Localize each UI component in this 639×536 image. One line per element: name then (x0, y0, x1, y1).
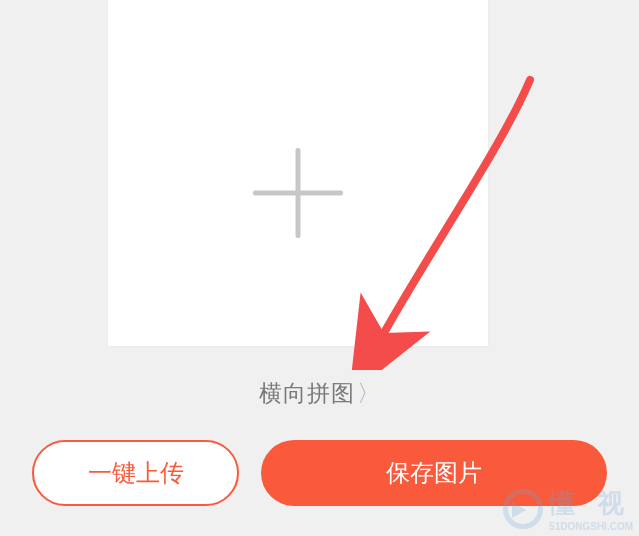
horizontal-collage-link[interactable]: 横向拼图〉 (0, 378, 639, 409)
button-row: 一键上传 保存图片 (0, 440, 639, 506)
upload-card[interactable] (108, 0, 488, 346)
one-click-upload-button[interactable]: 一键上传 (32, 440, 239, 506)
upload-button-label: 一键上传 (88, 457, 184, 489)
save-button-label: 保存图片 (386, 457, 482, 489)
mode-link-label: 横向拼图 (259, 380, 355, 406)
plus-icon (253, 148, 343, 238)
chevron-right-icon: 〉 (357, 378, 381, 409)
save-image-button[interactable]: 保存图片 (261, 440, 607, 506)
